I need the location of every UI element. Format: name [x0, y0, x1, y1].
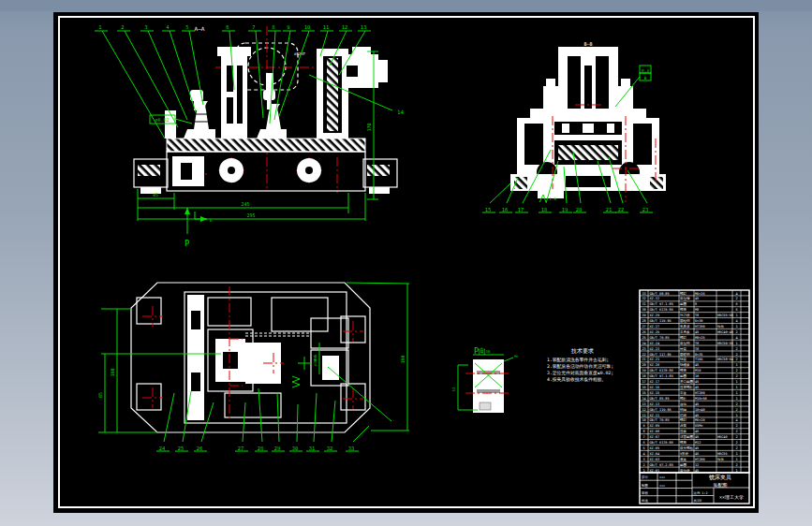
cad-canvas[interactable]: ⌀52H7 A—A	[53, 12, 759, 513]
parts-row-cell: XZ-09	[650, 424, 660, 428]
part-callout: 15	[485, 207, 492, 212]
side-view: B—B	[482, 41, 666, 212]
front-view: ⌀52H7 A—A	[95, 24, 405, 248]
dim-295: 295	[246, 212, 255, 218]
parts-row-cell: 1	[735, 342, 737, 345]
parts-row-cell: 6×30	[695, 319, 702, 323]
parts-row-cell: 29	[642, 314, 645, 317]
part-callout: 9	[287, 24, 289, 30]
parts-row-cell: 钻套	[679, 357, 687, 361]
parts-row-cell: 4	[735, 418, 737, 422]
parts-row-cell: 螺母	[680, 307, 687, 312]
parts-row-cell: GB/T 70-85	[650, 336, 670, 340]
parts-row-cell: 24	[642, 342, 645, 345]
parts-row-cell: GB/T 6170-86	[650, 441, 673, 445]
parts-row-cell: 4	[735, 336, 737, 340]
tb-school: ××理工大学	[719, 494, 744, 500]
parts-row-cell: 弹簧	[680, 423, 687, 428]
parts-row-cell: 对刀块	[680, 314, 690, 317]
tol-datum: B	[644, 76, 647, 80]
parts-row-cell: 20	[642, 363, 645, 367]
parts-row-cell: 33	[642, 292, 645, 296]
parts-row-cell: 8	[695, 302, 697, 306]
part-callout: 21	[606, 207, 613, 212]
parts-row-cell: 6	[735, 302, 737, 306]
part-callout: 3	[144, 24, 147, 30]
parts-row-cell: 14	[642, 397, 645, 401]
parts-row-cell: 1	[642, 469, 644, 473]
parts-row-cell: XZ-05	[650, 446, 660, 450]
parts-row-cell: 2	[735, 435, 737, 439]
dim-right-170: 170	[366, 123, 372, 131]
parts-row-cell: 4	[735, 292, 737, 296]
parts-row-cell: 1	[735, 380, 737, 384]
parts-row-cell: 2	[735, 297, 737, 300]
part-callout: 25	[178, 446, 185, 451]
parts-row-cell: 2	[735, 441, 737, 445]
parts-row-cell: 45	[695, 363, 699, 367]
parts-row-cell: 10	[642, 418, 645, 422]
tb-left-row: 审核	[642, 491, 648, 495]
parts-row-cell: GB/T 70-85	[650, 418, 670, 422]
parts-row-cell: 垫圈	[679, 374, 687, 378]
parts-row-cell: 支座	[680, 391, 687, 395]
parts-row-cell: T8	[695, 347, 699, 351]
part-callout: 27	[238, 446, 244, 451]
parts-row-cell: 2	[735, 353, 737, 357]
p-dim-top: 30	[486, 349, 491, 354]
parts-row-cell: 2	[735, 424, 737, 428]
part-callout: 29	[274, 446, 281, 451]
parts-row-cell: T8	[695, 342, 699, 345]
notes-line: 2.装配后各活动件动作灵活可靠;	[547, 363, 613, 370]
notes-title: 技术要求	[570, 347, 594, 355]
tb-sheet: 共1张	[694, 499, 702, 503]
part-callout: 4	[166, 24, 170, 30]
parts-row-cell: GB/T 119-86	[650, 319, 672, 323]
parts-row-cell: 1	[735, 325, 737, 329]
parts-row-cell: 18	[642, 374, 645, 378]
parts-row-cell: XZ-17	[650, 380, 660, 384]
parts-row-cell: 铸件	[716, 325, 725, 329]
part-callout: 1	[98, 24, 101, 30]
parts-row-cell: HT200	[695, 458, 705, 461]
parts-row-cell: 9	[642, 424, 644, 428]
parts-row-cell: 30	[642, 308, 645, 312]
part-callout: 19	[562, 207, 568, 212]
parts-row-cell: HRC40	[717, 435, 728, 439]
parts-row-cell: GB/T 117-86	[650, 353, 672, 357]
parts-row-cell: 10×40	[695, 408, 705, 412]
parts-row-cell: 45	[695, 469, 699, 473]
parts-row-cell: HRC55	[717, 452, 728, 456]
part-callout: 11	[323, 24, 330, 30]
parts-row-cell: 25	[642, 336, 645, 340]
parts-row-cell: HRC50~55	[717, 342, 733, 345]
parts-list-table: 33GB/T 68-85螺钉M6×16432XZ-32定位键45231GB/T …	[640, 290, 749, 473]
parts-row-cell: 衬套	[680, 347, 687, 351]
parts-row-cell: 1	[735, 414, 737, 417]
part-callout: 12	[342, 24, 348, 30]
section-label-aa: A—A	[195, 25, 205, 32]
part-callout: 30	[292, 446, 299, 451]
parts-row-cell: XZ-04	[650, 452, 660, 456]
parts-row-cell: XZ-29	[650, 314, 660, 317]
parts-row-cell: 2	[735, 408, 737, 412]
parts-row-cell: 2	[735, 430, 737, 433]
parts-row-cell: 夹具体	[680, 325, 690, 329]
parts-row-cell: HT200	[695, 325, 705, 329]
desktop-background: ⌀52H7 A—A	[0, 0, 812, 526]
tb-left-row: 制图	[642, 484, 648, 488]
parts-row-cell: GB/T 97.1-85	[650, 374, 673, 378]
part-callout: 26	[197, 446, 203, 451]
parts-row-cell: XZ-07	[650, 435, 660, 439]
parts-row-cell: 13	[642, 402, 645, 406]
parts-row-cell: 双头螺柱	[680, 446, 694, 450]
parts-row-cell: M10×50	[695, 397, 707, 401]
parts-row-cell: 1	[735, 397, 737, 401]
parts-row-cell: 1	[735, 452, 737, 456]
parts-row-cell: M8	[695, 308, 699, 312]
dim-245: 245	[241, 201, 249, 207]
parts-row-cell: XZ-13	[650, 402, 660, 406]
parts-row-cell: 1	[735, 386, 737, 389]
parts-row-cell: 45	[695, 297, 699, 300]
parts-row-cell: T10A	[695, 358, 703, 361]
